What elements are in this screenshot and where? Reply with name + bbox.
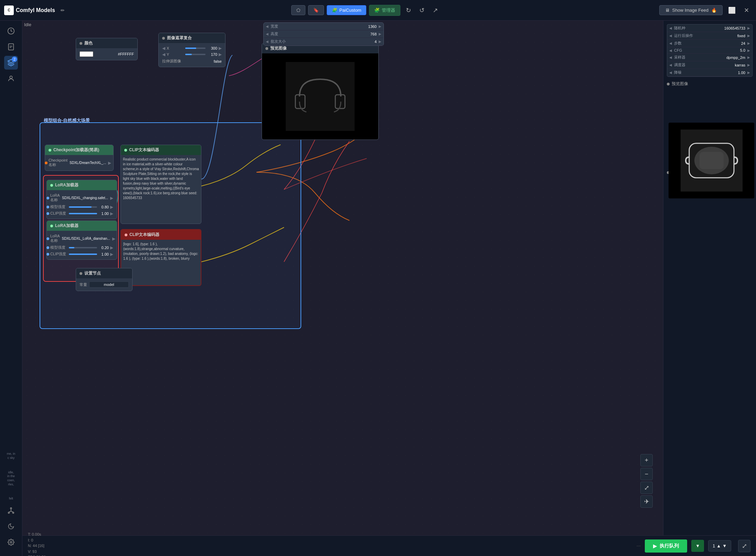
lora2-clip-arrow[interactable]: ▶ bbox=[110, 252, 113, 257]
color-dot bbox=[80, 42, 82, 45]
group-box-label: 模型组合-自然感大场景 bbox=[44, 117, 90, 124]
manager-btn[interactable]: 🧩 管理器 bbox=[369, 5, 400, 16]
params-panel: ◀ 随机种 1606545733 ▶ ◀ 运行后操作 fixed ▶ ◀ 步数 … bbox=[667, 24, 753, 77]
nav-icon-flow[interactable]: ✏ bbox=[61, 8, 65, 13]
zoom-plus-btn[interactable]: + bbox=[640, 454, 653, 466]
checkpoint-dot bbox=[49, 149, 51, 152]
zoom-fit-btn[interactable]: ⤢ bbox=[640, 482, 653, 494]
queue-dropdown-btn[interactable]: ▼ bbox=[691, 540, 704, 552]
bookmark2-btn[interactable]: 🔖 bbox=[308, 5, 324, 15]
lora1-clip-arrow[interactable]: ▶ bbox=[110, 211, 113, 216]
sidebar-document[interactable] bbox=[4, 40, 18, 54]
canvas-area[interactable]: 模型组合-自然感大场景 颜色 #FFFFFF 图像遮罩复合 ◀ X bbox=[22, 21, 756, 535]
lora2-strength-slider[interactable] bbox=[69, 247, 97, 248]
checkpoint-name-row: Checkpoint名称 SDXL/DreamTechXL_... ▶ bbox=[49, 157, 110, 168]
sidebar-text-2: idle, in the coen, rles, bbox=[2, 470, 21, 487]
monitor-icon: 🖥 bbox=[665, 8, 670, 13]
x-arrow-left[interactable]: ◀ bbox=[162, 46, 165, 51]
lora1-strength-slider[interactable] bbox=[69, 206, 97, 208]
sidebar-3d[interactable]: 2 bbox=[4, 56, 18, 70]
sidebar-text-3: felt bbox=[2, 496, 21, 502]
lora2-clip-slider[interactable] bbox=[69, 254, 97, 255]
param-steps: ◀ 步数 24 ▶ bbox=[667, 40, 752, 47]
stat-n: N: 44 [16] bbox=[28, 543, 46, 549]
preview-left-dot bbox=[265, 47, 268, 50]
x-slider[interactable] bbox=[185, 48, 206, 49]
refresh2-btn[interactable]: ↺ bbox=[417, 5, 427, 16]
lora1-clip-slider[interactable] bbox=[69, 213, 97, 214]
zoom-navigate-btn[interactable]: ✈ bbox=[640, 495, 653, 508]
sidebar-bottom bbox=[4, 519, 18, 553]
lora2-clip-port bbox=[46, 253, 49, 256]
bookmark-btn[interactable]: ⬠ bbox=[291, 5, 305, 15]
lora1-body: LoRA名称 SDXL/SDXL_changing.safet... ▶ 模型强… bbox=[47, 190, 117, 219]
node-image-composite: 图像遮罩复合 ◀ X 300 ▶ ◀ Y 170 ▶ bbox=[158, 33, 225, 67]
sidebar-text-1: me, in c sky bbox=[2, 451, 21, 461]
checkpoint-arrow[interactable]: ▶ bbox=[108, 161, 111, 165]
sidebar-network[interactable] bbox=[4, 504, 18, 517]
lora2-dot bbox=[50, 225, 53, 227]
x-fill bbox=[185, 48, 196, 49]
lora1-clip-fill bbox=[69, 213, 97, 214]
svg-line-9 bbox=[9, 511, 11, 512]
zoom-controls: + − ⤢ ✈ bbox=[640, 454, 653, 508]
y-row: ◀ Y 170 ▶ bbox=[162, 51, 222, 58]
node-color: 颜色 #FFFFFF bbox=[76, 38, 138, 60]
y-slider[interactable] bbox=[185, 54, 206, 55]
sidebar-settings[interactable] bbox=[4, 535, 18, 549]
param-sampler: ◀ 采样器 dpmpp_2m ▶ bbox=[667, 54, 752, 61]
settings-header: 设置节点 bbox=[76, 268, 132, 278]
lora1-name-arrow[interactable]: ▶ bbox=[110, 196, 113, 200]
y-arrow-right[interactable]: ▶ bbox=[219, 52, 222, 57]
queue-number: 1 ▲ ▼ bbox=[708, 540, 731, 552]
share-btn[interactable]: ↗ bbox=[430, 5, 441, 16]
queue-up-icon[interactable]: ▲ bbox=[716, 543, 721, 548]
svg-point-11 bbox=[10, 542, 12, 543]
play-icon: ▶ bbox=[653, 543, 657, 549]
sidebar-moon[interactable] bbox=[4, 519, 18, 533]
lora2-strength-row: 模型强度 0.20 ▶ bbox=[50, 244, 113, 251]
refresh-btn[interactable]: ↻ bbox=[403, 5, 414, 16]
node-color-body: #FFFFFF bbox=[76, 48, 137, 60]
param-action: ◀ 运行后操作 fixed ▶ bbox=[667, 32, 752, 40]
lora2-clip-fill bbox=[69, 254, 97, 255]
preview-dot bbox=[667, 83, 670, 85]
x-arrow-right[interactable]: ▶ bbox=[219, 46, 222, 51]
execute-btn[interactable]: ▶ 执行队列 bbox=[645, 539, 687, 553]
queue-down-icon[interactable]: ▼ bbox=[722, 543, 727, 548]
settings-dot bbox=[80, 272, 82, 275]
logo-area: C Comfyl Models bbox=[4, 6, 55, 15]
puzzle-icon-2: 🧩 bbox=[374, 8, 380, 13]
y-fill bbox=[185, 54, 192, 55]
svg-rect-12 bbox=[286, 62, 355, 131]
puzzle-icon-1: 🧩 bbox=[332, 8, 337, 13]
sidebar-history[interactable] bbox=[4, 24, 18, 38]
lora2-clip-row: CLIP强度 1.00 ▶ bbox=[50, 251, 113, 257]
sidebar: 2 me, in c sky idle, in the coen, rles, … bbox=[0, 21, 22, 556]
zoom-minus-btn[interactable]: − bbox=[640, 468, 653, 480]
lora1-strength-arrow[interactable]: ▶ bbox=[110, 205, 113, 209]
lora2-name-arrow[interactable]: ▶ bbox=[112, 236, 115, 241]
show-feed-btn[interactable]: 🖥 Show Image Feed 🔥 bbox=[659, 5, 723, 15]
fire-icon: 🔥 bbox=[711, 8, 717, 13]
bottombar: T: 0.00s I: 0 N: 44 [16] V: 93 FPS:59.52… bbox=[22, 535, 756, 556]
node-settings: 设置节点 常量 model bbox=[76, 268, 133, 291]
y-arrow-left[interactable]: ◀ bbox=[162, 52, 165, 57]
lora2-strength-arrow[interactable]: ▶ bbox=[110, 245, 113, 250]
node-clip-encoder-2: CLIP文本编码器 [logo: 1.6], (type: 1.6 ),(wor… bbox=[120, 229, 201, 286]
window-btn[interactable]: ⬜ bbox=[725, 5, 738, 16]
lora2-name-row: LoRA名称 SDXL/SDXL_LoRA_dianshan... ▶ bbox=[50, 233, 113, 244]
stat-fps: FPS:59.52 bbox=[28, 554, 46, 556]
status-idle: Idle bbox=[24, 22, 31, 27]
sidebar-person[interactable] bbox=[4, 72, 18, 85]
constant-input[interactable]: model bbox=[89, 281, 129, 288]
svg-point-5 bbox=[10, 508, 12, 509]
close-btn[interactable]: ✕ bbox=[741, 5, 752, 16]
node-checkpoint-header: Checkpoint加载器(简易) bbox=[45, 145, 113, 155]
node-params-right: ◀ 宽度 1360 ▶ ◀ 高度 768 ▶ ◀ 批次大小 4 ▶ bbox=[263, 22, 384, 46]
fullscreen-btn[interactable]: ⤢ bbox=[738, 540, 750, 552]
paicustom-btn[interactable]: 🧩 PaiCustom bbox=[327, 5, 367, 15]
param-seed: ◀ 随机种 1606545733 ▶ bbox=[667, 24, 752, 32]
lora1-header: LoRA加载器 bbox=[47, 180, 117, 190]
clip2-header: CLIP文本编码器 bbox=[121, 230, 201, 240]
